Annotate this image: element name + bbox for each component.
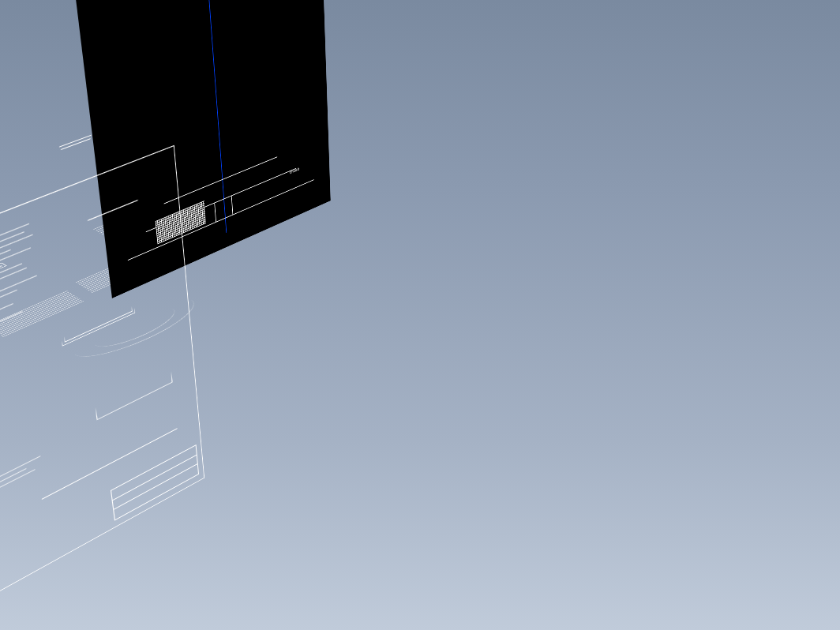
drawing-sheet — [0, 145, 204, 603]
panel-label: thumb — [289, 166, 299, 174]
note-line — [0, 311, 23, 346]
note-line — [0, 275, 37, 317]
note-line — [0, 263, 22, 299]
panel-topline — [164, 156, 277, 204]
isometric-scene: thumb — [0, 99, 840, 630]
sheet-main-view — [71, 193, 173, 420]
cad-viewport[interactable]: thumb — [0, 0, 840, 630]
note-line — [0, 267, 27, 305]
small-block — [214, 195, 233, 223]
